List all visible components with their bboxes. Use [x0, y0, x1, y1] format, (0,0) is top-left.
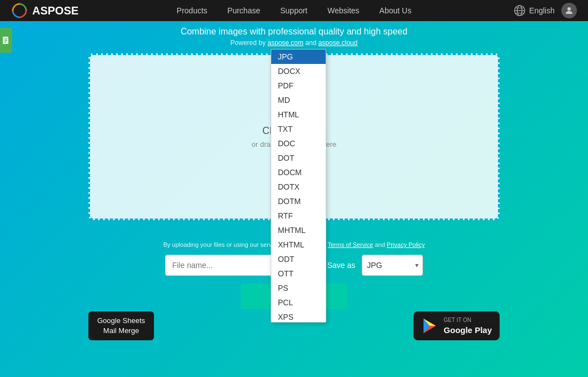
- dropdown-item[interactable]: XHTML: [271, 237, 326, 252]
- dropdown-item[interactable]: PDF: [271, 78, 326, 93]
- dropdown-item[interactable]: OTT: [271, 266, 326, 281]
- aspose-cloud-link[interactable]: aspose.cloud: [318, 39, 358, 47]
- nav-links: Products Purchase Support Websites About…: [167, 0, 421, 21]
- language-button[interactable]: English: [514, 4, 555, 17]
- google-play-button[interactable]: GET IT ON Google Play: [413, 311, 500, 340]
- dropdown-item[interactable]: ODT: [271, 252, 326, 266]
- dropdown-item[interactable]: DOCX: [271, 64, 326, 78]
- format-dropdown: JPGDOCXPDFMDHTMLTXTDOCDOTDOCMDOTXDOTMRTF…: [271, 49, 326, 323]
- save-as-select[interactable]: JPG DOCX PDF PNG BMP: [362, 255, 423, 276]
- gplay-bottom: Google Play: [444, 324, 492, 336]
- navbar: ASPOSE Products Purchase Support Website…: [0, 0, 588, 21]
- dropdown-item[interactable]: PS: [271, 281, 326, 295]
- terms-of-service-link[interactable]: Terms of Service: [327, 241, 373, 248]
- dropdown-item[interactable]: DOTM: [271, 194, 326, 209]
- dropdown-item[interactable]: MHTML: [271, 223, 326, 237]
- save-as-select-wrapper: JPG DOCX PDF PNG BMP: [362, 255, 423, 276]
- nav-about-us[interactable]: About Us: [370, 0, 422, 21]
- dropdown-item[interactable]: PCL: [271, 295, 326, 310]
- subtitle: Combine images with professional quality…: [181, 27, 407, 37]
- nav-purchase[interactable]: Purchase: [217, 0, 270, 21]
- nav-right: English: [514, 3, 577, 18]
- file-icon: [2, 36, 11, 45]
- google-play-icon: [421, 318, 438, 334]
- dropdown-item[interactable]: DOC: [271, 136, 326, 151]
- gplay-text: GET IT ON Google Play: [444, 316, 492, 336]
- dropdown-item[interactable]: XPS: [271, 310, 326, 322]
- dropdown-item[interactable]: JPG: [271, 49, 326, 64]
- globe-icon: [514, 4, 526, 17]
- google-sheets-button[interactable]: Google Sheets Mail Merge: [88, 311, 154, 340]
- privacy-policy-link[interactable]: Privacy Policy: [387, 241, 425, 248]
- language-label: English: [529, 6, 555, 15]
- dropdown-item[interactable]: RTF: [271, 209, 326, 223]
- dropdown-item[interactable]: TXT: [271, 122, 326, 136]
- nav-products[interactable]: Products: [167, 0, 217, 21]
- dropdown-item[interactable]: DOCM: [271, 165, 326, 180]
- nav-support[interactable]: Support: [270, 0, 317, 21]
- sheets-line2: Mail Merge: [97, 326, 145, 336]
- gplay-top: GET IT ON: [444, 316, 492, 324]
- brand-logo[interactable]: ASPOSE: [11, 2, 78, 19]
- dropdown-scroll-area[interactable]: JPGDOCXPDFMDHTMLTXTDOCDOTDOCMDOTXDOTMRTF…: [271, 49, 326, 322]
- nav-websites[interactable]: Websites: [317, 0, 369, 21]
- sheets-line1: Google Sheets: [97, 316, 145, 326]
- powered-by: Powered by aspose.com and aspose.cloud: [231, 39, 358, 47]
- dropdown-item[interactable]: HTML: [271, 107, 326, 122]
- brand-name: ASPOSE: [32, 4, 78, 17]
- svg-point-6: [567, 7, 571, 11]
- save-as-label: Save as: [327, 261, 356, 270]
- aspose-logo-icon: [11, 2, 28, 19]
- user-avatar[interactable]: [561, 3, 577, 18]
- aspose-com-link[interactable]: aspose.com: [267, 39, 303, 47]
- user-icon: [564, 6, 574, 16]
- sidebar-panel-icon[interactable]: [0, 28, 12, 53]
- dropdown-item[interactable]: DOTX: [271, 180, 326, 194]
- dropdown-item[interactable]: MD: [271, 93, 326, 107]
- dropdown-item[interactable]: DOT: [271, 151, 326, 165]
- svg-point-0: [12, 3, 27, 18]
